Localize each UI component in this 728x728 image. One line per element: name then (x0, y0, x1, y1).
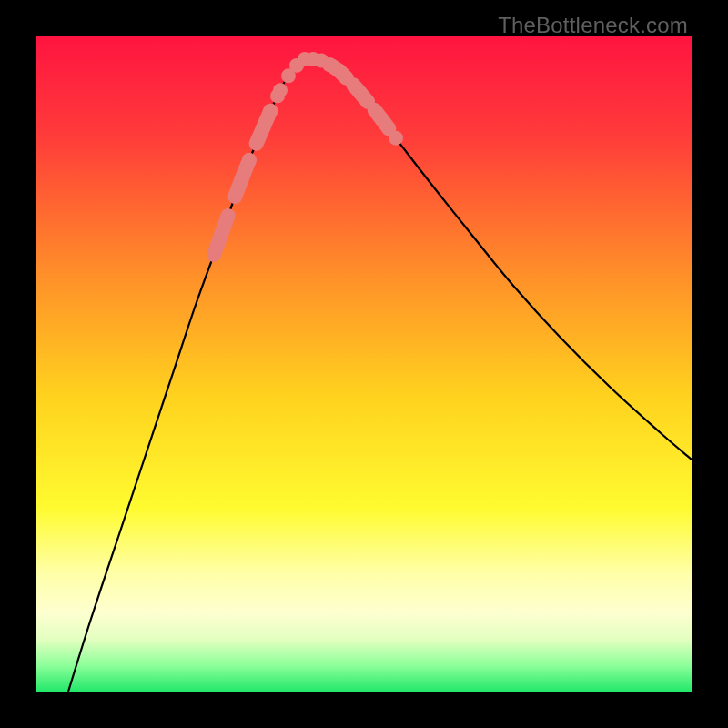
bead (242, 153, 257, 167)
curve-layer (36, 36, 692, 692)
bead (221, 208, 236, 223)
bead-group (214, 52, 403, 255)
bottleneck-curve (68, 58, 692, 692)
watermark-text: TheBottleneck.com (498, 13, 688, 38)
bead (263, 104, 278, 118)
plot-area (36, 36, 692, 692)
chart-frame: TheBottleneck.com (0, 0, 728, 728)
bead (389, 131, 403, 146)
bead (273, 83, 288, 97)
